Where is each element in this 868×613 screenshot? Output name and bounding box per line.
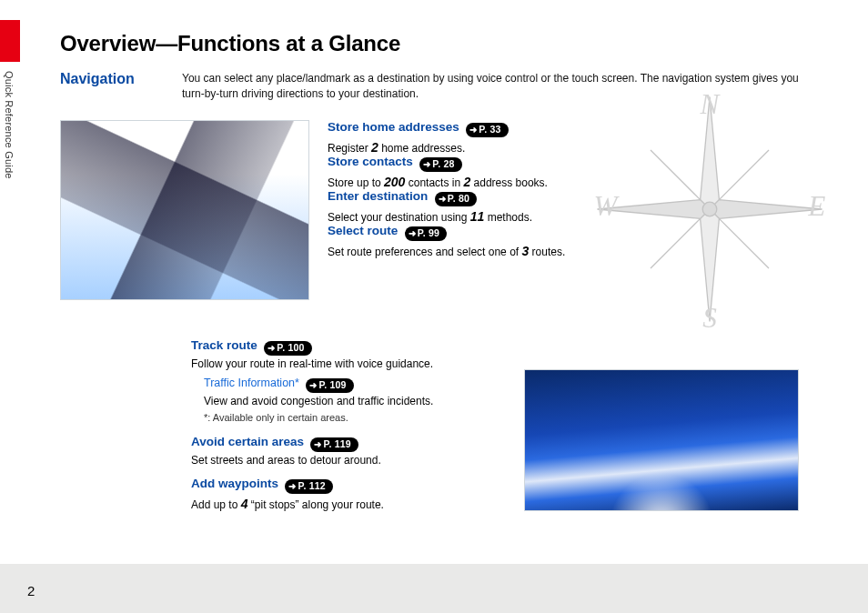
footnote-traffic: *: Available only in certain areas. (204, 411, 510, 426)
section-store-home: Store home addresses ➜P. 33 Register 2 h… (328, 118, 628, 156)
section-track-route: Track route ➜P. 100 Follow your route in… (191, 337, 510, 372)
section-enter-destination: Enter destination ➜P. 80 Select your des… (328, 187, 628, 226)
side-label-text: Quick Reference Guide (4, 71, 15, 91)
arrow-icon: ➜ (267, 344, 275, 353)
heading-traffic-info[interactable]: Traffic Information* (204, 377, 299, 389)
heading-add-waypoints[interactable]: Add waypoints (191, 477, 278, 490)
page-number: 2 (27, 583, 35, 598)
section-store-contacts: Store contacts ➜P. 28 Store up to 200 co… (328, 153, 628, 191)
page: 2 Quick Reference Guide Overview—Functio… (0, 0, 868, 613)
arrow-icon: ➜ (439, 195, 446, 204)
svg-marker-6 (651, 218, 701, 268)
svg-marker-4 (719, 150, 769, 200)
section-select-route: Select route ➜P. 99 Set route preference… (328, 222, 628, 260)
desc-add-waypoints: Add up to 4 “pit stops” along your route… (191, 495, 510, 513)
page-ref-track-route[interactable]: ➜P. 100 (264, 341, 311, 356)
arrow-icon: ➜ (423, 160, 430, 169)
section-traffic-info: Traffic Information* ➜P. 109 View and av… (191, 375, 510, 426)
heading-track-route[interactable]: Track route (191, 338, 257, 352)
page-ref-select-route[interactable]: ➜P. 99 (405, 226, 447, 241)
highway-image (524, 369, 799, 511)
footer-strip: 2 (0, 564, 868, 613)
desc-select-route: Set route preferences and select one of … (328, 242, 628, 260)
heading-enter-destination[interactable]: Enter destination (328, 189, 428, 203)
page-ref-store-contacts[interactable]: ➜P. 28 (419, 157, 461, 172)
desc-track-route: Follow your route in real-time with voic… (191, 357, 510, 372)
desc-traffic-info: View and avoid congestion and traffic in… (204, 394, 510, 409)
page-ref-add-waypoints[interactable]: ➜P. 112 (285, 479, 332, 494)
section-heading-navigation: Navigation (60, 71, 135, 87)
page-ref-avoid-areas[interactable]: ➜P. 119 (310, 437, 358, 452)
section-avoid-areas: Avoid certain areas ➜P. 119 Set streets … (191, 433, 510, 468)
arrow-icon: ➜ (469, 126, 477, 135)
heading-store-contacts[interactable]: Store contacts (328, 155, 413, 168)
desc-avoid-areas: Set streets and areas to detour around. (191, 453, 510, 468)
compass-s: S (702, 302, 717, 327)
arrow-icon: ➜ (314, 440, 321, 449)
svg-marker-1 (710, 200, 823, 219)
page-ref-enter-destination[interactable]: ➜P. 80 (435, 192, 477, 206)
arrow-icon: ➜ (309, 381, 317, 390)
svg-point-8 (702, 202, 717, 216)
section-tab (0, 20, 20, 62)
side-label: Quick Reference Guide (0, 71, 20, 271)
page-title: Overview—Functions at a Glance (60, 31, 400, 56)
section-add-waypoints: Add waypoints ➜P. 112 Add up to 4 “pit s… (191, 475, 510, 513)
heading-store-home[interactable]: Store home addresses (328, 120, 459, 134)
arrow-icon: ➜ (409, 229, 416, 238)
skyscraper-image (60, 120, 309, 300)
heading-select-route[interactable]: Select route (328, 224, 398, 237)
compass-e: E (807, 190, 825, 222)
compass-n: N (700, 91, 722, 120)
svg-marker-7 (651, 150, 701, 200)
svg-marker-5 (719, 218, 769, 268)
arrow-icon: ➜ (288, 482, 296, 491)
page-ref-store-home[interactable]: ➜P. 33 (466, 123, 508, 137)
heading-avoid-areas[interactable]: Avoid certain areas (191, 435, 304, 448)
page-ref-traffic-info[interactable]: ➜P. 109 (306, 378, 353, 393)
